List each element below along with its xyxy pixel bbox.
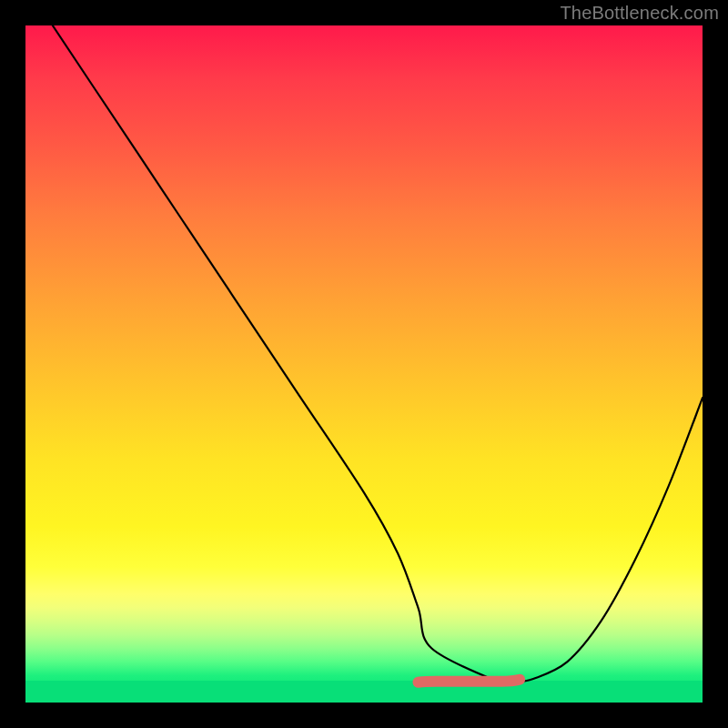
bottleneck-curve [53, 25, 703, 685]
chart-frame: TheBottleneck.com [0, 0, 728, 728]
bottleneck-band [419, 680, 521, 682]
curve-layer [25, 25, 703, 703]
watermark-text: TheBottleneck.com [560, 0, 719, 25]
plot-area [25, 25, 703, 703]
